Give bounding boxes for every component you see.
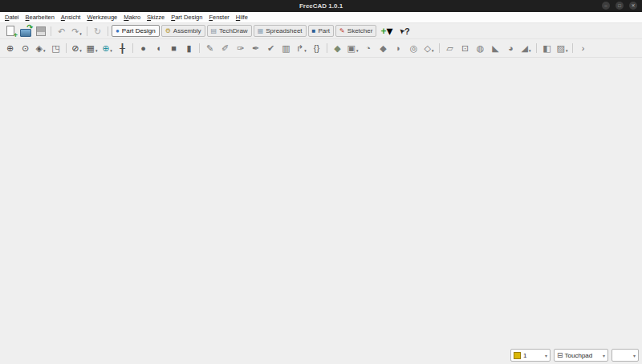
datum-plane-icon[interactable]: ◇ ▾ — [421, 41, 437, 55]
navigation-style-value: Touchpad — [565, 352, 593, 359]
3d-view-area — [0, 58, 642, 364]
navigation-style-combo[interactable]: ⊟ Touchpad ▾ — [554, 349, 608, 362]
revolve-icon[interactable]: ◔ ▾ — [360, 41, 376, 55]
create-sketch-icon[interactable]: ✎ ▾ — [202, 41, 217, 55]
loft-icon[interactable]: ◆ ▾ — [376, 41, 391, 55]
color-swatch-icon — [514, 352, 521, 359]
menu-hilfe[interactable]: Hilfe — [233, 12, 251, 22]
close-button[interactable]: ✕ — [629, 2, 637, 10]
map-sketch-icon[interactable]: ✑ ▾ — [233, 41, 248, 55]
workbench-label: Spreadsheet — [266, 27, 302, 34]
workbench-icon: ✎ — [339, 28, 345, 34]
additive-box-icon[interactable]: ■ ▾ — [166, 41, 181, 55]
chevron-down-icon: ▾ — [629, 353, 636, 358]
additive-cylinder-icon[interactable]: ▮ ▾ — [181, 41, 197, 55]
chevron-down-icon: ▾ — [599, 353, 605, 358]
separator — [327, 43, 327, 53]
dropdown-arrow-icon: ▾ — [43, 48, 46, 55]
menu-part-design[interactable]: Part Design — [168, 12, 205, 22]
hole-icon[interactable]: ⊡ ▾ — [457, 41, 473, 55]
menu-fenster[interactable]: Fenster — [205, 12, 232, 22]
undo-button[interactable]: ↶ ▾ — [54, 24, 69, 38]
edit-sketch-icon[interactable]: ✐ ▾ — [217, 41, 233, 55]
workbench-spreadsheet-button[interactable]: ▦ Spreadsheet — [254, 25, 307, 37]
whats-this-button[interactable]: ➤ ? — [399, 26, 409, 36]
reorient-sketch-icon[interactable]: ✒ ▾ — [248, 41, 263, 55]
maximize-button[interactable]: □ — [616, 2, 624, 10]
dropdown-arrow-icon: ▾ — [110, 48, 112, 55]
create-body-icon[interactable]: ▥ ▾ — [278, 41, 294, 55]
redo-button[interactable]: ↷ ▾ — [69, 24, 84, 38]
menu-ansicht[interactable]: Ansicht — [58, 12, 84, 22]
draw-style-icon[interactable]: ⊘ ▾ — [69, 41, 84, 55]
measure-icon[interactable]: ╂ ▾ — [115, 41, 130, 55]
active-view-combo[interactable]: 1 ▾ — [510, 349, 551, 362]
subtractive-helix-icon[interactable]: ◢ ▾ — [518, 41, 534, 55]
pocket-icon[interactable]: ▱ ▾ — [442, 41, 457, 55]
bounding-box-icon[interactable]: ▦ ▾ — [84, 41, 100, 55]
separator — [51, 26, 51, 36]
dropdown-arrow-icon: ▾ — [79, 31, 82, 38]
empty-combo[interactable]: ▾ — [612, 349, 639, 362]
menu-werkzeuge[interactable]: Werkzeuge — [83, 12, 120, 22]
separator — [87, 26, 87, 36]
window-title: FreeCAD 1.0.1 — [299, 2, 343, 10]
workbench-techdraw-button[interactable]: ▤ TechDraw — [207, 25, 252, 37]
workbench-label: Part Design — [122, 27, 156, 34]
fillet-icon[interactable]: ◧ ▾ — [539, 41, 555, 55]
dropdown-arrow-icon: ▾ — [566, 48, 568, 55]
pattern-icon[interactable]: ▨ ▾ — [555, 41, 570, 55]
expression-icon[interactable]: {} ▾ — [309, 41, 324, 55]
migrate-icon[interactable]: ↱ ▾ — [294, 41, 309, 55]
validate-sketch-icon[interactable]: ✔ ▾ — [263, 41, 278, 55]
separator — [108, 26, 108, 36]
workbench-icon: ▦ — [258, 28, 264, 34]
title-bar: FreeCAD 1.0.1 –□✕ — [0, 0, 642, 12]
workbench-icon: ⚙ — [165, 28, 171, 34]
active-view-value: 1 — [523, 352, 526, 359]
workbench-part-button[interactable]: ■ Part — [308, 25, 335, 37]
workbench-label: Part — [318, 27, 330, 34]
toolbar-overflow-icon[interactable]: › ▾ — [575, 41, 591, 55]
dropdown-arrow-icon: ▾ — [386, 23, 392, 39]
workbench-label: Assembly — [173, 27, 201, 34]
workbench-buttons: ● Part Design ⚙ Assembly ▤ TechDraw ▦ Sp… — [111, 25, 377, 37]
menu-makro[interactable]: Makro — [120, 12, 144, 22]
groove-icon[interactable]: ◍ ▾ — [473, 41, 488, 55]
zoom-tools-icon[interactable]: ⊕ ▾ — [100, 41, 115, 55]
menu-skizze[interactable]: Skizze — [144, 12, 168, 22]
workbench-assembly-button[interactable]: ⚙ Assembly — [161, 25, 205, 37]
new-file-button[interactable]: + ▾ — [2, 24, 18, 38]
menu-datei[interactable]: Datei — [2, 12, 22, 22]
file-and-workbench-toolbar: + ▾ ↷ ▾ ▾ ↶ ▾ ↷ ▾ ↻ ▾ — [0, 23, 642, 39]
workbench-sketcher-button[interactable]: ✎ Sketcher — [335, 25, 376, 37]
refresh-button[interactable]: ↻ ▾ — [90, 24, 105, 38]
dropdown-arrow-icon: ▾ — [304, 48, 307, 55]
fit-all-icon[interactable]: ⊕ ▾ — [2, 41, 18, 55]
additive-sphere-icon[interactable]: ● ▾ — [136, 41, 151, 55]
axonometric-view-icon[interactable]: ◈ ▾ — [33, 41, 48, 55]
dropdown-arrow-icon: ▾ — [432, 48, 434, 55]
plus-icon: + — [380, 26, 386, 37]
menu-bar: DateiBearbeitenAnsichtWerkzeugeMakroSkiz… — [0, 12, 642, 23]
save-button[interactable]: ▾ — [33, 24, 48, 38]
subtractive-loft-icon[interactable]: ◣ ▾ — [488, 41, 503, 55]
fullscreen-icon[interactable]: ◳ ▾ — [48, 41, 63, 55]
workbench-label: Sketcher — [347, 27, 373, 34]
datum-icon[interactable]: ◆ ▾ — [330, 41, 345, 55]
pad-icon[interactable]: ▣ ▾ — [345, 41, 360, 55]
add-workbench-button[interactable]: + ▾ — [380, 23, 392, 39]
separator — [132, 43, 133, 53]
helix-icon[interactable]: ◎ ▾ — [406, 41, 421, 55]
subtractive-pipe-icon[interactable]: ◕ ▾ — [503, 41, 518, 55]
workbench-icon: ■ — [312, 28, 316, 34]
fit-selection-icon[interactable]: ⊙ ▾ — [18, 41, 33, 55]
open-file-button[interactable]: ↷ ▾ — [18, 24, 33, 38]
additive-wedge-icon[interactable]: ◖ ▾ — [151, 41, 166, 55]
menu-bearbeiten[interactable]: Bearbeiten — [22, 12, 58, 22]
dropdown-arrow-icon: ▾ — [356, 48, 359, 55]
workbench-part-design-button[interactable]: ● Part Design — [112, 25, 160, 37]
pipe-icon[interactable]: ◗ ▾ — [391, 41, 406, 55]
minimize-button[interactable]: – — [602, 2, 610, 10]
dropdown-arrow-icon: ▾ — [95, 48, 98, 55]
